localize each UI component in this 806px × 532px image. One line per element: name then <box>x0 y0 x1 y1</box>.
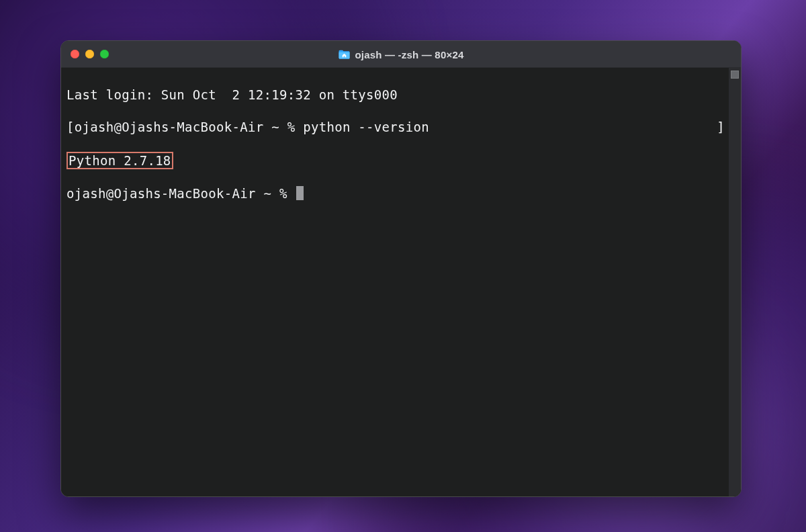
cursor-icon <box>296 186 304 200</box>
minimize-button[interactable] <box>85 50 94 58</box>
last-login-text: Last login: Sun Oct 2 12:19:32 on ttys00… <box>66 87 398 103</box>
close-button[interactable] <box>71 50 79 58</box>
highlighted-output: Python 2.7.18 <box>66 152 173 169</box>
terminal-window: ojash — -zsh — 80×24 Last login: Sun Oct… <box>60 40 742 497</box>
prompt-1-user: ojash@Ojashs-MacBook-Air ~ % <box>75 119 303 135</box>
window-title-area: ojash — -zsh — 80×24 <box>339 48 464 60</box>
terminal-output-area[interactable]: Last login: Sun Oct 2 12:19:32 on ttys00… <box>61 68 729 496</box>
terminal-line-command: [ojash@Ojashs-MacBook-Air ~ % python --v… <box>66 119 729 135</box>
prompt-2: ojash@Ojashs-MacBook-Air ~ % <box>66 185 295 202</box>
window-title: ojash — -zsh — 80×24 <box>355 48 464 60</box>
terminal-body[interactable]: Last login: Sun Oct 2 12:19:32 on ttys00… <box>61 68 741 496</box>
scrollbar[interactable] <box>729 68 741 496</box>
terminal-line-prompt: ojash@Ojashs-MacBook-Air ~ % <box>66 185 729 202</box>
titlebar: ojash — -zsh — 80×24 <box>61 41 741 68</box>
folder-home-icon <box>339 49 351 59</box>
close-bracket: ] <box>717 119 725 135</box>
terminal-line-output: Python 2.7.18 <box>66 151 729 169</box>
maximize-button[interactable] <box>100 50 109 58</box>
terminal-line-last-login: Last login: Sun Oct 2 12:19:32 on ttys00… <box>66 87 729 103</box>
prompt-1-command: python --version <box>303 119 429 135</box>
scrollbar-marker-icon <box>731 71 739 79</box>
open-bracket: [ <box>66 119 75 135</box>
window-controls <box>71 50 109 58</box>
